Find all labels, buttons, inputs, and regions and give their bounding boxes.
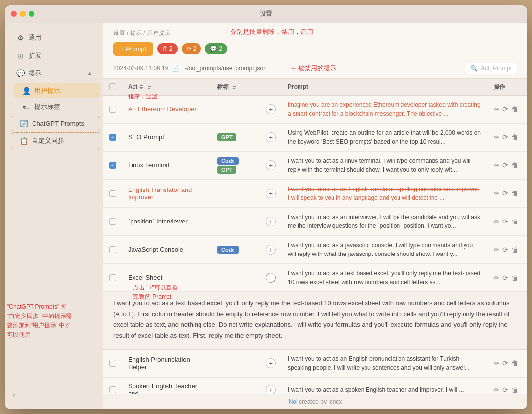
delete-batch-button[interactable]: 🗑 2 bbox=[157, 43, 178, 54]
edit-button[interactable]: ✏ bbox=[494, 386, 499, 394]
disable-batch-button[interactable]: ⟳ 2 bbox=[182, 43, 201, 54]
sidebar-item-prompt-tags[interactable]: 🏷 提示标签 bbox=[14, 99, 100, 115]
sidebar-sub-menu: 👤 用户提示 🏷 提示标签 🔄 ChatGPT Prompts 📋 自定义同步 bbox=[5, 82, 103, 150]
edit-button[interactable]: ✏ bbox=[494, 359, 499, 367]
minimize-button[interactable] bbox=[20, 11, 26, 17]
edit-button[interactable]: ✏ bbox=[494, 218, 499, 225]
row-expand-cell: + bbox=[260, 151, 282, 179]
edit-button[interactable]: ✏ bbox=[494, 190, 499, 197]
search-box[interactable]: 🔍 Act, Prompt bbox=[465, 63, 517, 74]
edit-button[interactable]: ✏ bbox=[494, 105, 499, 113]
close-button[interactable] bbox=[11, 11, 17, 17]
expand-button[interactable]: + bbox=[266, 217, 276, 226]
act-sort-button[interactable] bbox=[139, 84, 143, 89]
row-checkbox[interactable] bbox=[109, 274, 116, 281]
add-prompt-button[interactable]: + Prompt bbox=[113, 42, 153, 56]
delete-button[interactable]: 🗑 bbox=[511, 105, 518, 113]
copy-button[interactable]: ⟳ bbox=[502, 274, 508, 282]
delete-button[interactable]: 🗑 bbox=[511, 359, 518, 367]
expand-button[interactable]: + bbox=[266, 132, 276, 142]
enable-batch-button[interactable]: 💬 2 bbox=[205, 43, 227, 54]
col-header-expand bbox=[260, 79, 282, 96]
maximize-button[interactable] bbox=[29, 11, 34, 17]
edit-button[interactable]: ✏ bbox=[494, 246, 499, 254]
edit-button[interactable]: ✏ bbox=[494, 161, 499, 169]
tag-filter-button[interactable] bbox=[231, 83, 238, 91]
sidebar: ⚙ 通用 ⊞ 扩展 💬 提示 ▲ 👤 用户提示 🏷 bbox=[5, 23, 103, 409]
delete-button[interactable]: 🗑 bbox=[511, 218, 518, 225]
table-header-row: Act bbox=[103, 79, 527, 96]
sidebar-item-user-prompts[interactable]: 👤 用户提示 bbox=[14, 83, 100, 98]
delete-button[interactable]: 🗑 bbox=[511, 274, 518, 282]
copy-button[interactable]: ⟳ bbox=[502, 386, 508, 394]
row-checkbox[interactable] bbox=[109, 246, 116, 253]
sidebar-item-custom-sync[interactable]: 📋 自定义同步 bbox=[11, 132, 100, 149]
sidebar-item-chatgpt-prompts[interactable]: 🔄 ChatGPT Prompts bbox=[11, 116, 100, 131]
table-row: An Ethereum Developer + imagine you are … bbox=[103, 95, 527, 123]
collapse-icon[interactable]: ‹ bbox=[13, 391, 15, 399]
row-checkbox[interactable] bbox=[109, 190, 116, 197]
act-filter-button[interactable] bbox=[145, 83, 153, 91]
footer-text: Noi created by lencx bbox=[289, 398, 342, 405]
delete-button[interactable]: 🗑 bbox=[511, 386, 518, 394]
content-header: 设置 / 提示 / 用户提示 + Prompt 🗑 2 ⟳ 2 bbox=[103, 23, 527, 79]
delete-button[interactable]: 🗑 bbox=[511, 161, 518, 169]
expand-button[interactable]: + bbox=[266, 358, 276, 368]
expand-button[interactable]: + bbox=[266, 385, 276, 394]
row-checkbox[interactable] bbox=[109, 360, 116, 367]
copy-button[interactable]: ⟳ bbox=[502, 105, 508, 113]
row-checkbox[interactable] bbox=[109, 386, 116, 393]
chatgpt-icon: 🔄 bbox=[19, 120, 28, 127]
sidebar-label-prompts: 提示 bbox=[29, 69, 41, 78]
expand-button[interactable]: − bbox=[266, 273, 276, 283]
row-actions-cell: ✏ ⟳ 🗑 bbox=[488, 123, 527, 151]
expand-button[interactable]: + bbox=[266, 245, 276, 255]
expand-button[interactable]: + bbox=[266, 104, 276, 114]
act-name: Spoken English Teacher and bbox=[128, 382, 197, 394]
row-tag-cell bbox=[211, 349, 260, 377]
copy-button[interactable]: ⟳ bbox=[502, 190, 508, 197]
row-checkbox[interactable] bbox=[109, 218, 116, 225]
file-path-icon: 📄 bbox=[172, 65, 179, 72]
row-check-cell bbox=[103, 377, 122, 393]
main-layout: ⚙ 通用 ⊞ 扩展 💬 提示 ▲ 👤 用户提示 🏷 bbox=[5, 23, 527, 409]
window-title: 设置 bbox=[260, 9, 272, 18]
row-expand-cell: + bbox=[260, 207, 282, 235]
row-act-cell: English Translator and Improver bbox=[122, 179, 211, 207]
search-icon: 🔍 bbox=[470, 65, 478, 72]
sidebar-item-prompts[interactable]: 💬 提示 ▲ bbox=[8, 65, 100, 82]
delete-button[interactable]: 🗑 bbox=[511, 190, 518, 197]
copy-button[interactable]: ⟳ bbox=[502, 133, 508, 141]
copy-button[interactable]: ⟳ bbox=[502, 161, 508, 169]
annotation-chatgpt-note: "ChatGPT Prompts" 和"自定义同步" 中的提示需要添加到"用户提… bbox=[7, 302, 100, 340]
sidebar-item-extensions[interactable]: ⊞ 扩展 bbox=[8, 47, 100, 64]
row-act-cell: JavaScript Console bbox=[122, 235, 211, 263]
copy-button[interactable]: ⟳ bbox=[502, 359, 508, 367]
expand-button[interactable]: + bbox=[266, 160, 276, 170]
copy-button[interactable]: ⟳ bbox=[502, 246, 508, 254]
footer-link[interactable]: Noi bbox=[289, 398, 298, 405]
table-row: JavaScript Console Code + I want you to … bbox=[103, 235, 527, 263]
search-container: 🔍 Act, Prompt bbox=[465, 63, 517, 74]
row-tag-cell: GPT bbox=[211, 123, 260, 151]
row-check-cell bbox=[103, 235, 122, 263]
row-prompt-cell: imagine you are an experienced Ethereum … bbox=[282, 95, 488, 123]
table-row: `position` Interviewer + I want you to a… bbox=[103, 207, 527, 235]
copy-button[interactable]: ⟳ bbox=[502, 218, 508, 225]
col-header-tag: 标签 bbox=[211, 79, 260, 96]
row-checkbox[interactable]: ✓ bbox=[109, 162, 116, 169]
row-prompt-cell: I want you to act as an English pronunci… bbox=[282, 349, 488, 377]
delete-button[interactable]: 🗑 bbox=[511, 246, 518, 254]
delete-button[interactable]: 🗑 bbox=[511, 133, 518, 141]
row-prompt-cell: I want you to act as a spoken English te… bbox=[282, 377, 488, 393]
prompt-text: I want you to act as an English translat… bbox=[288, 185, 482, 202]
row-actions-cell: ✏ ⟳ 🗑 bbox=[488, 207, 527, 235]
enable-icon: 💬 bbox=[210, 45, 217, 52]
row-checkbox[interactable] bbox=[109, 106, 116, 113]
edit-button[interactable]: ✏ bbox=[494, 274, 499, 282]
edit-button[interactable]: ✏ bbox=[494, 133, 499, 141]
expand-button[interactable]: + bbox=[266, 189, 276, 198]
sidebar-item-general[interactable]: ⚙ 通用 bbox=[8, 30, 100, 46]
act-name: Linux Terminal bbox=[128, 161, 169, 169]
row-checkbox[interactable]: ✓ bbox=[109, 134, 116, 141]
